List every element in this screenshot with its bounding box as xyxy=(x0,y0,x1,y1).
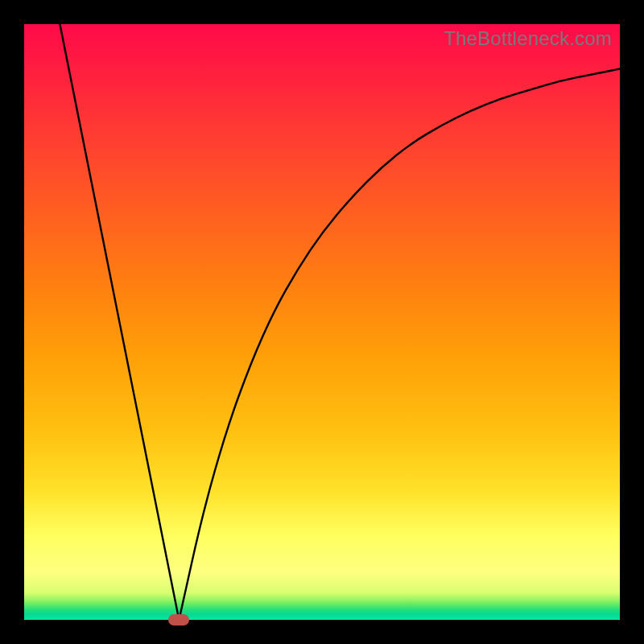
chart-frame: TheBottleneck.com xyxy=(0,0,644,644)
plot-area: TheBottleneck.com xyxy=(24,24,620,620)
curve-path xyxy=(60,24,620,620)
bottleneck-curve xyxy=(24,24,620,620)
optimal-point-marker xyxy=(168,614,189,625)
